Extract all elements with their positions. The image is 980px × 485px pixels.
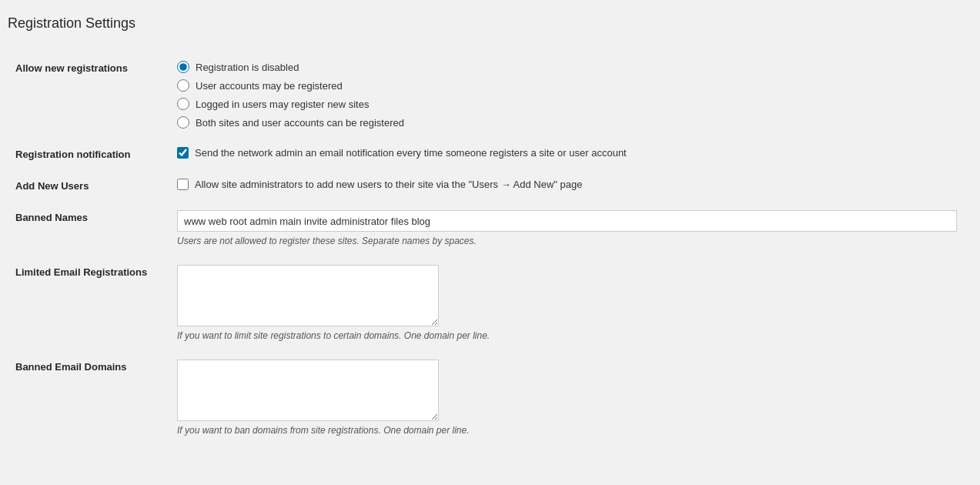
add-new-users-checkbox[interactable] <box>177 179 189 190</box>
banned-names-description: Users are not allowed to register these … <box>177 236 957 246</box>
banned-email-domains-textarea[interactable] <box>177 360 439 421</box>
banned-names-label: Banned Names <box>15 212 88 223</box>
radio-label-disabled[interactable]: Registration is disabled <box>177 61 957 73</box>
registration-notification-label: Registration notification <box>15 149 131 160</box>
add-new-users-label: Add New Users <box>15 180 89 192</box>
radio-registration-logged[interactable] <box>177 98 189 110</box>
radio-label-user[interactable]: User accounts may be registered <box>177 79 957 92</box>
banned-names-row: Banned Names Users are not allowed to re… <box>8 201 965 256</box>
allow-new-registrations-label: Allow new registrations <box>15 62 128 74</box>
radio-label-logged-text: Logged in users may register new sites <box>196 99 369 110</box>
radio-label-disabled-text: Registration is disabled <box>196 62 299 73</box>
radio-registration-both[interactable] <box>177 116 189 129</box>
add-new-users-checkbox-text: Allow site administrators to add new use… <box>195 179 582 190</box>
settings-table: Allow new registrations Registration is … <box>8 52 965 445</box>
limited-email-registrations-textarea[interactable] <box>177 265 439 326</box>
page-title: Registration Settings <box>8 15 965 39</box>
banned-email-domains-label: Banned Email Domains <box>15 361 126 373</box>
add-new-users-row: Add New Users Allow site administrators … <box>8 169 965 201</box>
banned-email-domains-description: If you want to ban domains from site reg… <box>177 425 957 436</box>
banned-names-input[interactable] <box>177 210 957 232</box>
notification-checkbox-text: Send the network admin an email notifica… <box>195 147 627 159</box>
allow-new-registrations-row: Allow new registrations Registration is … <box>8 52 965 138</box>
limited-email-registrations-row: Limited Email Registrations If you want … <box>8 256 965 350</box>
radio-registration-user[interactable] <box>177 79 189 92</box>
radio-label-logged[interactable]: Logged in users may register new sites <box>177 98 957 110</box>
radio-label-user-text: User accounts may be registered <box>196 80 343 92</box>
limited-email-registrations-label: Limited Email Registrations <box>15 266 147 278</box>
radio-registration-disabled[interactable] <box>177 61 189 73</box>
registration-notification-row: Registration notification Send the netwo… <box>8 138 965 169</box>
radio-label-both-text: Both sites and user accounts can be regi… <box>196 117 404 129</box>
notification-checkbox-label[interactable]: Send the network admin an email notifica… <box>177 147 957 159</box>
banned-email-domains-row: Banned Email Domains If you want to ban … <box>8 350 965 445</box>
notification-checkbox[interactable] <box>177 147 189 159</box>
limited-email-registrations-description: If you want to limit site registrations … <box>177 330 957 341</box>
add-new-users-checkbox-label[interactable]: Allow site administrators to add new use… <box>177 179 957 190</box>
radio-label-both[interactable]: Both sites and user accounts can be regi… <box>177 116 957 129</box>
registration-options: Registration is disabled User accounts m… <box>177 61 957 129</box>
